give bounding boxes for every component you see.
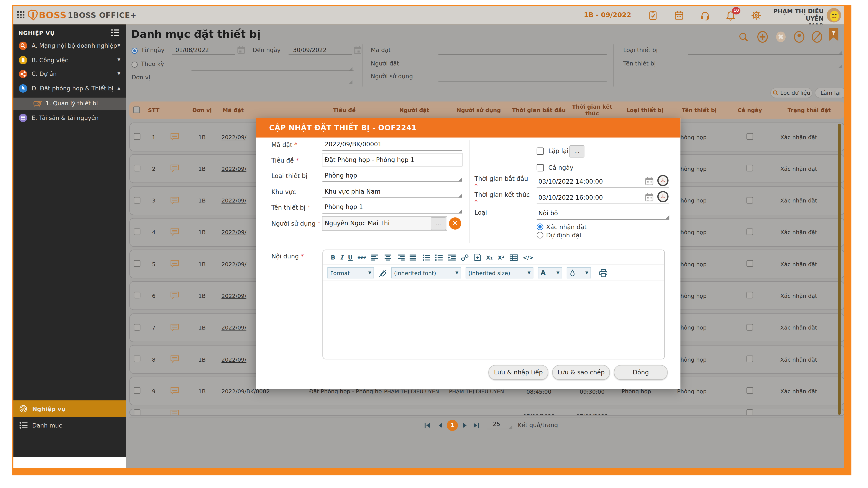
sidebar-item-c[interactable]: C. Dự án ▼ (13, 68, 126, 81)
list-ol-button[interactable] (435, 254, 443, 261)
align-left-button[interactable] (371, 254, 379, 261)
ten-thiet-bi-filter-select[interactable] (688, 68, 842, 68)
subscript-button[interactable]: X₂ (486, 254, 493, 260)
time-picker-clock-icon[interactable] (657, 175, 669, 187)
nguoi-dat-filter-input[interactable] (438, 68, 607, 68)
row-checkbox[interactable] (133, 387, 140, 394)
row-checkbox[interactable] (133, 165, 140, 172)
don-vi-select[interactable] (192, 84, 353, 84)
ma-dat-input[interactable]: 2022/09/BK/00001 (325, 141, 382, 148)
du-dinh-dat-radio[interactable] (537, 232, 544, 238)
tu-ngay-radio[interactable] (131, 48, 137, 54)
nguoi-su-dung-picker-button[interactable]: ... (431, 218, 446, 230)
row-checkbox[interactable] (133, 133, 140, 140)
row-checkbox[interactable] (133, 197, 140, 203)
save-and-copy-button[interactable]: Lưu & sao chép (552, 365, 610, 380)
row-checkbox[interactable] (133, 409, 140, 416)
row-checkbox[interactable] (133, 292, 140, 299)
row-ca-ngay-checkbox[interactable] (746, 324, 753, 330)
row-ca-ngay-checkbox[interactable] (746, 292, 753, 299)
col-tg-ket-thuc[interactable]: Thời gian kết thúc (567, 104, 617, 117)
loai-thiet-bi-select[interactable]: Phòng họp (325, 172, 357, 179)
search-icon[interactable] (738, 32, 749, 43)
row-checkbox[interactable] (133, 356, 140, 362)
page-size-value[interactable]: 25 (493, 420, 500, 427)
superscript-button[interactable]: X² (498, 254, 504, 260)
xac-nhan-dat-radio[interactable] (537, 224, 544, 230)
strikethrough-button[interactable]: abc (358, 255, 366, 260)
khu-vuc-select[interactable]: Khu vực phía Nam (325, 188, 380, 195)
row-checkbox[interactable] (133, 228, 140, 235)
font-select[interactable]: (inherited font)▼ (391, 267, 461, 279)
clear-format-icon[interactable] (378, 269, 387, 277)
row-ca-ngay-checkbox[interactable] (746, 133, 753, 140)
nguoi-su-dung-clear-button[interactable]: ✕ (449, 218, 461, 230)
avatar[interactable] (826, 8, 841, 23)
col-stt[interactable]: STT (144, 107, 164, 113)
nguoi-su-dung-filter-input[interactable] (438, 81, 607, 82)
chevron-up-icon[interactable]: ▲ (117, 86, 120, 90)
den-ngay-value[interactable]: 30/09/2022 (293, 46, 327, 53)
loai-select[interactable]: Nội bộ (538, 209, 558, 217)
theo-ky-radio[interactable] (131, 62, 137, 68)
col-don-vi[interactable]: Đơn vị (186, 107, 218, 113)
calendar-picker-icon[interactable] (645, 193, 654, 202)
lap-lai-config-button[interactable]: ... (569, 145, 585, 157)
calendar-icon[interactable] (674, 10, 684, 21)
format-select[interactable]: Format▼ (328, 267, 374, 279)
comment-icon[interactable] (164, 164, 186, 173)
bold-button[interactable]: B (331, 254, 335, 261)
row-ca-ngay-checkbox[interactable] (746, 197, 753, 203)
disable-icon[interactable] (811, 31, 823, 43)
sidebar-item-a[interactable]: A. Mạng nội bộ doanh nghiệp ▼ (13, 39, 126, 53)
chevron-down-icon[interactable]: ▼ (117, 43, 120, 48)
link-button[interactable] (461, 254, 469, 261)
align-center-button[interactable] (384, 254, 392, 261)
sidebar-subitem-quan-ly-thiet-bi[interactable]: 1. Quản lý thiết bị (13, 98, 126, 110)
col-trang-thai-dat[interactable]: Trạng thái đặt (774, 107, 844, 113)
table-button[interactable] (509, 254, 518, 261)
list-ul-button[interactable] (422, 254, 430, 261)
chevron-down-icon[interactable]: ▼ (117, 71, 120, 76)
sidebar-item-b[interactable]: B. Công việc ▼ (13, 54, 126, 67)
row-ma-dat-link[interactable]: 2022/09/ (221, 261, 246, 267)
row-ca-ngay-checkbox[interactable] (746, 387, 753, 394)
ma-dat-filter-input[interactable] (438, 55, 607, 55)
row-ma-dat-link[interactable]: 2022/09/ (221, 293, 246, 299)
comment-icon[interactable] (164, 196, 186, 205)
align-right-button[interactable] (397, 254, 404, 261)
sidebar-item-e[interactable]: E. Tài sản & tài nguyên (13, 111, 126, 125)
lap-lai-checkbox[interactable] (537, 148, 544, 155)
row-ma-dat-link[interactable]: 2022/09/ (221, 197, 246, 203)
loai-thiet-bi-filter-select[interactable] (688, 55, 842, 55)
row-ca-ngay-checkbox[interactable] (746, 228, 753, 235)
chevron-down-icon[interactable]: ▼ (117, 58, 120, 62)
row-ca-ngay-checkbox[interactable] (746, 260, 753, 267)
sidebar-list-icon[interactable] (111, 30, 119, 36)
reset-button[interactable]: Làm lại (815, 88, 846, 98)
table-scrollbar[interactable] (838, 124, 841, 415)
col-loai-thiet-bi[interactable]: Loại thiết bị (617, 107, 673, 113)
settings-gear-icon[interactable] (751, 10, 762, 21)
size-select[interactable]: (inherited size)▼ (466, 267, 533, 279)
first-page-icon[interactable] (424, 421, 431, 429)
paste-button[interactable] (474, 254, 481, 261)
select-all-checkbox[interactable] (133, 106, 140, 113)
ca-ngay-checkbox[interactable] (537, 164, 544, 171)
row-checkbox[interactable] (133, 260, 140, 267)
calendar-picker-icon[interactable] (353, 45, 362, 55)
comment-icon[interactable] (164, 228, 186, 237)
comment-icon[interactable] (164, 132, 186, 141)
indent-button[interactable] (448, 254, 456, 261)
tg-bat-dau-input[interactable]: 03/10/2022 14:00:00 (538, 178, 603, 185)
row-ca-ngay-checkbox[interactable] (746, 165, 753, 172)
filter-data-button[interactable]: Lọc dữ liệu (770, 88, 812, 98)
col-tieu-de[interactable]: Tiêu đề (307, 107, 382, 113)
comment-icon[interactable] (164, 291, 186, 300)
row-ca-ngay-checkbox[interactable] (746, 356, 753, 362)
comment-icon[interactable] (164, 409, 186, 416)
col-ma-dat[interactable]: Mã đặt (218, 107, 307, 113)
col-ca-ngay[interactable]: Cả ngày (726, 107, 774, 113)
calendar-picker-icon[interactable] (237, 45, 245, 55)
col-tg-bat-dau[interactable]: Thời gian bắt đầu (511, 107, 567, 113)
